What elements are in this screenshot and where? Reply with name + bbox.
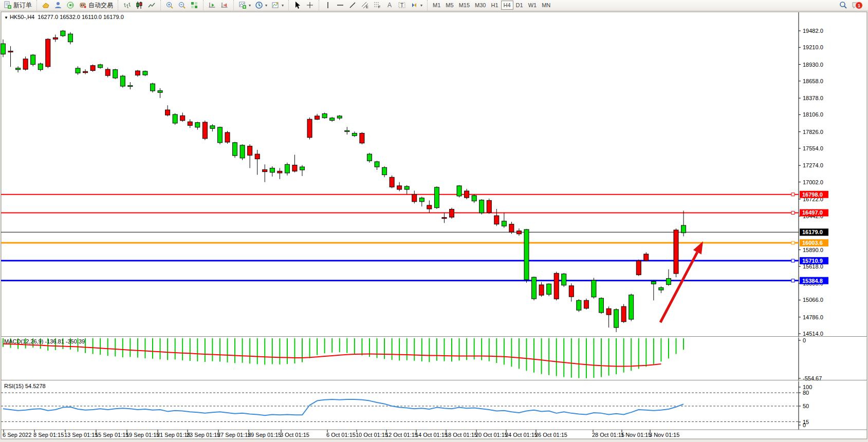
vline-tool-button[interactable] (322, 1, 334, 10)
line-chart-button[interactable] (145, 1, 158, 10)
candle-body (330, 118, 335, 121)
trendline-tool-button[interactable] (346, 1, 359, 10)
hline-handle[interactable] (791, 193, 795, 196)
candle-body (629, 295, 634, 319)
hline-tool-button[interactable] (334, 1, 346, 10)
new-order-icon (4, 1, 12, 9)
candle-body (584, 300, 588, 308)
candle-body (210, 126, 215, 128)
cursor-tool-button[interactable] (291, 1, 304, 10)
search-button[interactable] (837, 1, 849, 10)
price-tag-label: 16497.0 (802, 209, 823, 216)
candle-body (592, 280, 596, 297)
candle-body (165, 110, 170, 115)
candle-body (345, 130, 349, 131)
x-axis-label: 20 Oct 01:15 (475, 432, 508, 438)
candle-body (562, 274, 566, 285)
chart-shift-button[interactable] (218, 1, 231, 10)
x-axis-label: 28 Oct 01:15 (592, 432, 624, 438)
chart-area[interactable]: 19482.019210.018930.018658.018378.018106… (0, 0, 868, 442)
candle-body (173, 114, 177, 123)
new-chart-button[interactable]: ▾ (236, 1, 253, 10)
candle-body (509, 224, 514, 232)
price-tick-label: 17826.0 (803, 129, 823, 135)
candle-body (577, 300, 581, 310)
text-a-icon: A (385, 1, 394, 9)
candle-body (450, 209, 454, 217)
candlestick-chart-button[interactable] (133, 1, 145, 10)
auto-scroll-icon (208, 1, 216, 9)
tab-timeframe-M30[interactable]: M30 (472, 1, 488, 10)
x-axis-label: 23 Sep 01:15 (187, 432, 220, 438)
autotrading-label: 自动交易 (88, 1, 113, 10)
hline-handle[interactable] (791, 279, 795, 282)
tab-timeframe-H4[interactable]: H4 (501, 1, 513, 10)
bar-chart-icon (123, 1, 131, 9)
zoom-out-button[interactable] (176, 1, 188, 10)
candle-body (547, 284, 551, 294)
text-label-icon: T (398, 1, 406, 9)
candle-body (457, 186, 461, 196)
tab-timeframe-M5[interactable]: M5 (443, 1, 456, 10)
accounts-button[interactable] (52, 1, 64, 10)
text-tool-button[interactable]: A (383, 1, 396, 10)
hline-handle[interactable] (791, 259, 795, 262)
candle-body (248, 146, 252, 156)
svg-text:A: A (387, 2, 392, 9)
crosshair-icon (306, 1, 314, 9)
channel-tool-button[interactable]: E (359, 1, 371, 10)
zoom-in-button[interactable] (163, 1, 176, 10)
candle-body (83, 71, 88, 72)
candle-body (554, 273, 559, 299)
new-order-button[interactable]: 新订单 (2, 1, 34, 10)
candle-body (442, 218, 447, 219)
x-axis-label: 1 Nov 01:15 (621, 432, 651, 438)
price-tag-label: 16798.0 (802, 191, 823, 198)
candle-body (1, 44, 6, 54)
candle-body (606, 309, 611, 315)
arrows-tool-button[interactable]: ▾ (408, 1, 424, 10)
candle-body (352, 133, 357, 136)
market-watch-button[interactable] (40, 1, 52, 10)
candle-body (233, 143, 237, 156)
bar-chart-button[interactable] (121, 1, 133, 10)
x-axis-label: 21 Sep 01:15 (157, 432, 190, 438)
candle-body (285, 164, 289, 173)
hline-handle[interactable] (791, 211, 795, 214)
autotrading-button[interactable]: 自动交易 (77, 1, 115, 10)
tile-windows-button[interactable] (188, 1, 200, 10)
signals-button[interactable] (64, 1, 77, 10)
tab-timeframe-M1[interactable]: M1 (430, 1, 443, 10)
tab-timeframe-M15[interactable]: M15 (456, 1, 472, 10)
tab-timeframe-MN[interactable]: MN (539, 1, 553, 10)
market-watch-icon (42, 1, 50, 9)
macd-label: MACD(12,26,9) -136.81 -350.39 (4, 338, 85, 344)
template-button[interactable]: ▾ (269, 1, 286, 10)
tab-timeframe-W1[interactable]: W1 (526, 1, 540, 10)
candle-body (255, 154, 260, 159)
zoom-out-icon (178, 1, 186, 9)
candle-body (479, 200, 484, 213)
candle-body (263, 169, 267, 171)
hline-handle[interactable] (791, 241, 795, 244)
period-clock-button[interactable]: ▾ (253, 1, 269, 10)
timeframe-group: M1M5M15M30H1H4D1W1MN (427, 0, 555, 10)
candle-body (202, 122, 207, 139)
price-tick-label: 17002.0 (803, 179, 823, 185)
x-axis-label: 27 Sep 01:15 (217, 432, 251, 438)
fibonacci-tool-button[interactable]: F (371, 1, 383, 10)
tab-timeframe-D1[interactable]: D1 (513, 1, 526, 10)
candle-body (195, 123, 200, 127)
candle-body (674, 230, 678, 274)
auto-scroll-button[interactable] (206, 1, 218, 10)
tab-timeframe-H1[interactable]: H1 (488, 1, 501, 10)
crosshair-tool-button[interactable] (304, 1, 316, 10)
collapse-icon[interactable]: ▼ (4, 15, 8, 20)
toolbar: 新订单 自动交易 ▾ ▾ ▾ E F A T (0, 0, 868, 11)
svg-text:F: F (378, 5, 380, 9)
candle-body (143, 71, 147, 75)
price-tag-label: 16003.6 (802, 240, 823, 246)
notifications-button[interactable]: 1 (849, 1, 865, 10)
text-label-tool-button[interactable]: T (396, 1, 408, 10)
candle-body (76, 68, 80, 73)
